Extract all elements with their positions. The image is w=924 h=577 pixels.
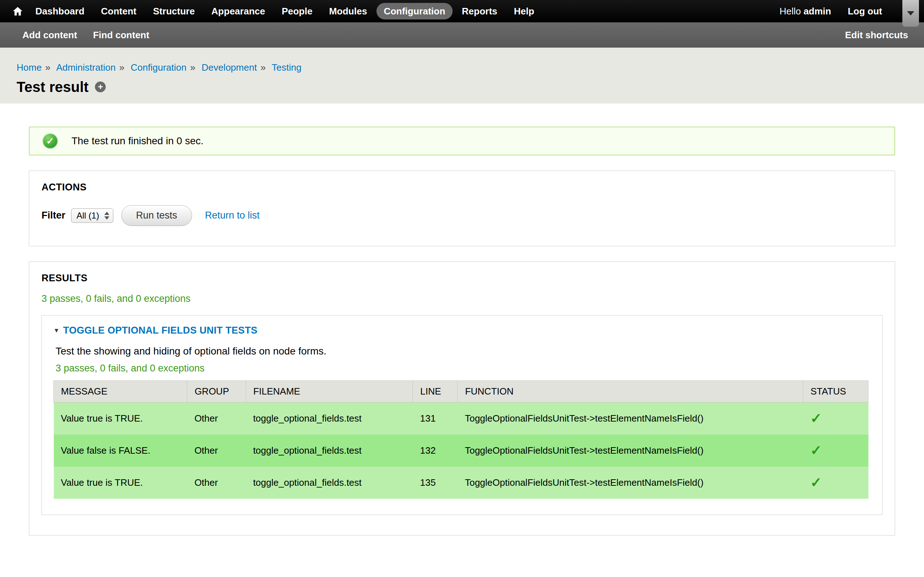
test-group-title-text: TOGGLE OPTIONAL FIELDS UNIT TESTS (63, 325, 257, 336)
toolbar-item-configuration[interactable]: Configuration (376, 3, 452, 19)
pass-check-icon: ✓ (810, 411, 822, 426)
results-summary: 3 passes, 0 fails, and 0 exceptions (42, 293, 882, 305)
toolbar-item-structure[interactable]: Structure (146, 3, 202, 19)
filter-select-value: All (1) (76, 211, 99, 221)
home-icon (12, 6, 23, 16)
test-group-description: Test the showing and hiding of optional … (56, 345, 868, 357)
breadcrumb-link-configuration[interactable]: Configuration (131, 62, 187, 73)
table-row: Value false is FALSE. Other toggle_optio… (54, 435, 868, 467)
toolbar-item-modules[interactable]: Modules (322, 3, 374, 19)
breadcrumb-separator: » (190, 62, 195, 73)
success-check-icon: ✓ (43, 134, 58, 148)
shortcut-add-content[interactable]: Add content (16, 27, 84, 44)
cell-group: Other (187, 467, 246, 499)
filter-label: Filter (42, 210, 65, 221)
page-header: Home» Administration» Configuration» Dev… (0, 48, 924, 103)
breadcrumb-link-administration[interactable]: Administration (56, 62, 116, 73)
toolbar-item-content[interactable]: Content (94, 3, 144, 19)
breadcrumb-link-home[interactable]: Home (16, 62, 42, 73)
column-header-filename: FILENAME (246, 381, 413, 403)
chevron-down-icon (907, 11, 914, 16)
column-header-line: LINE (413, 381, 458, 403)
cell-function: ToggleOptionalFieldsUnitTest->testElemen… (458, 403, 803, 435)
results-table-header: MESSAGE GROUP FILENAME LINE FUNCTION STA… (54, 381, 868, 403)
filter-row: Filter All (1) Run tests Return to list (42, 205, 882, 226)
column-header-group: GROUP (187, 381, 246, 403)
results-legend: RESULTS (42, 272, 882, 284)
cell-status: ✓ (803, 435, 868, 467)
admin-toolbar: Dashboard Content Structure Appearance P… (0, 0, 924, 23)
edit-shortcuts-link[interactable]: Edit shortcuts (845, 29, 908, 41)
actions-panel: ACTIONS Filter All (1) Run tests Return … (29, 171, 895, 246)
select-stepper-icon (104, 212, 109, 220)
test-group-title[interactable]: ▼ TOGGLE OPTIONAL FIELDS UNIT TESTS (53, 325, 868, 336)
column-header-message: MESSAGE (54, 381, 187, 403)
cell-message: Value true is TRUE. (54, 403, 187, 435)
cell-filename: toggle_optional_fields.test (246, 467, 413, 499)
cell-status: ✓ (803, 403, 868, 435)
user-greeting: Hello admin (780, 6, 831, 17)
breadcrumb-separator: » (45, 62, 50, 73)
toolbar-item-appearance[interactable]: Appearance (204, 3, 273, 19)
test-group-summary: 3 passes, 0 fails, and 0 exceptions (56, 363, 868, 374)
column-header-function: FUNCTION (458, 381, 803, 403)
cell-group: Other (187, 403, 246, 435)
toolbar-item-reports[interactable]: Reports (455, 3, 505, 19)
home-icon-button[interactable] (7, 0, 28, 23)
shortcut-find-content[interactable]: Find content (87, 27, 156, 44)
toolbar-user-area: Hello admin Log out (780, 6, 882, 17)
pass-check-icon: ✓ (810, 443, 822, 458)
cell-status: ✓ (803, 467, 868, 499)
filter-select[interactable]: All (1) (71, 208, 113, 223)
cell-filename: toggle_optional_fields.test (246, 403, 413, 435)
cell-filename: toggle_optional_fields.test (246, 435, 413, 467)
toolbar-item-people[interactable]: People (274, 3, 320, 19)
results-table: MESSAGE GROUP FILENAME LINE FUNCTION STA… (53, 380, 868, 499)
table-row: Value true is TRUE. Other toggle_optiona… (54, 467, 868, 499)
shortcut-bar: Add content Find content Edit shortcuts (0, 23, 924, 48)
username: admin (803, 6, 831, 16)
breadcrumb: Home» Administration» Configuration» Dev… (16, 62, 908, 73)
cell-message: Value false is FALSE. (54, 435, 187, 467)
breadcrumb-separator: » (119, 62, 124, 73)
logout-link[interactable]: Log out (848, 6, 882, 17)
status-message-text: The test run finished in 0 sec. (71, 135, 204, 147)
cell-function: ToggleOptionalFieldsUnitTest->testElemen… (458, 435, 803, 467)
cell-message: Value true is TRUE. (54, 467, 187, 499)
cell-line: 135 (413, 467, 458, 499)
status-message: ✓ The test run finished in 0 sec. (29, 127, 895, 155)
test-group-fieldset: ▼ TOGGLE OPTIONAL FIELDS UNIT TESTS Test… (42, 315, 882, 515)
return-to-list-link[interactable]: Return to list (205, 210, 260, 221)
collapse-arrow-icon: ▼ (53, 327, 60, 334)
run-tests-button[interactable]: Run tests (121, 205, 192, 226)
cell-line: 131 (413, 403, 458, 435)
cell-function: ToggleOptionalFieldsUnitTest->testElemen… (458, 467, 803, 499)
breadcrumb-separator: » (261, 62, 266, 73)
table-row: Value true is TRUE. Other toggle_optiona… (54, 403, 868, 435)
breadcrumb-link-testing[interactable]: Testing (272, 62, 301, 73)
pass-check-icon: ✓ (810, 475, 822, 490)
main-content: ✓ The test run finished in 0 sec. ACTION… (0, 103, 924, 535)
toolbar-toggle-button[interactable] (902, 0, 919, 27)
cell-group: Other (187, 435, 246, 467)
add-shortcut-icon[interactable]: + (95, 82, 106, 92)
column-header-status: STATUS (803, 381, 868, 403)
breadcrumb-link-development[interactable]: Development (201, 62, 257, 73)
actions-legend: ACTIONS (42, 182, 882, 193)
results-panel: RESULTS 3 passes, 0 fails, and 0 excepti… (29, 261, 895, 535)
toolbar-item-dashboard[interactable]: Dashboard (28, 3, 92, 19)
page-title: Test result (16, 79, 89, 95)
cell-line: 132 (413, 435, 458, 467)
toolbar-menu: Dashboard Content Structure Appearance P… (28, 3, 544, 19)
toolbar-item-help[interactable]: Help (507, 3, 541, 19)
